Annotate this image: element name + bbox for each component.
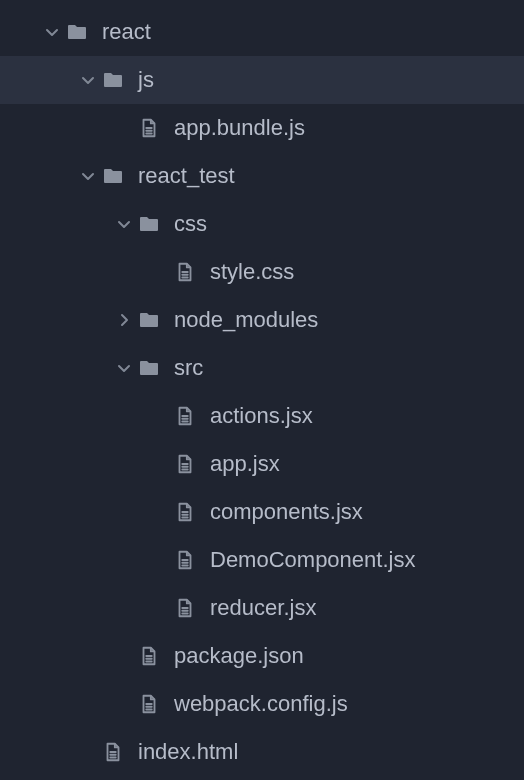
tree-row[interactable]: app.bundle.js [0, 104, 524, 152]
indent [0, 464, 148, 465]
file-label: package.json [174, 632, 304, 680]
file-icon [172, 499, 198, 525]
file-label: app.jsx [210, 440, 280, 488]
tree-row[interactable]: app.jsx [0, 440, 524, 488]
chevron-down-icon[interactable] [112, 216, 136, 232]
file-label: components.jsx [210, 488, 363, 536]
file-label: DemoComponent.jsx [210, 536, 415, 584]
folder-label: react_test [138, 152, 235, 200]
folder-icon [100, 67, 126, 93]
tree-row[interactable]: components.jsx [0, 488, 524, 536]
tree-row[interactable]: node_modules [0, 296, 524, 344]
indent [0, 416, 148, 417]
indent [0, 368, 112, 369]
file-icon [172, 259, 198, 285]
file-label: reducer.jsx [210, 584, 316, 632]
indent [0, 176, 76, 177]
file-label: style.css [210, 248, 294, 296]
indent [0, 224, 112, 225]
file-icon [172, 547, 198, 573]
folder-icon [136, 211, 162, 237]
tree-row[interactable]: index.html [0, 728, 524, 776]
indent [0, 560, 148, 561]
file-label: app.bundle.js [174, 104, 305, 152]
file-icon [172, 451, 198, 477]
folder-label: js [138, 56, 154, 104]
indent [0, 272, 148, 273]
file-icon [136, 115, 162, 141]
tree-row[interactable]: js [0, 56, 524, 104]
chevron-down-icon[interactable] [76, 168, 100, 184]
indent [0, 512, 148, 513]
chevron-right-icon[interactable] [112, 312, 136, 328]
indent [0, 80, 76, 81]
tree-row[interactable]: package.json [0, 632, 524, 680]
indent [0, 128, 112, 129]
tree-row[interactable]: DemoComponent.jsx [0, 536, 524, 584]
tree-row[interactable]: style.css [0, 248, 524, 296]
file-label: index.html [138, 728, 238, 776]
folder-label: css [174, 200, 207, 248]
file-icon [172, 403, 198, 429]
chevron-down-icon[interactable] [76, 72, 100, 88]
tree-row[interactable]: reducer.jsx [0, 584, 524, 632]
tree-row[interactable]: css [0, 200, 524, 248]
tree-row[interactable]: react_test [0, 152, 524, 200]
file-icon [100, 739, 126, 765]
folder-icon [136, 307, 162, 333]
file-label: actions.jsx [210, 392, 313, 440]
chevron-down-icon[interactable] [112, 360, 136, 376]
tree-row[interactable]: src [0, 344, 524, 392]
file-icon [136, 643, 162, 669]
folder-label: node_modules [174, 296, 318, 344]
tree-row[interactable]: actions.jsx [0, 392, 524, 440]
folder-icon [64, 19, 90, 45]
indent [0, 704, 112, 705]
folder-label: react [102, 8, 151, 56]
indent [0, 320, 112, 321]
folder-icon [100, 163, 126, 189]
indent [0, 32, 40, 33]
file-icon [172, 595, 198, 621]
file-tree: reactjsapp.bundle.jsreact_testcssstyle.c… [0, 0, 524, 776]
folder-icon [136, 355, 162, 381]
indent [0, 608, 148, 609]
file-icon [136, 691, 162, 717]
tree-row[interactable]: react [0, 8, 524, 56]
file-label: webpack.config.js [174, 680, 348, 728]
indent [0, 656, 112, 657]
folder-label: src [174, 344, 203, 392]
tree-row[interactable]: webpack.config.js [0, 680, 524, 728]
indent [0, 752, 76, 753]
chevron-down-icon[interactable] [40, 24, 64, 40]
